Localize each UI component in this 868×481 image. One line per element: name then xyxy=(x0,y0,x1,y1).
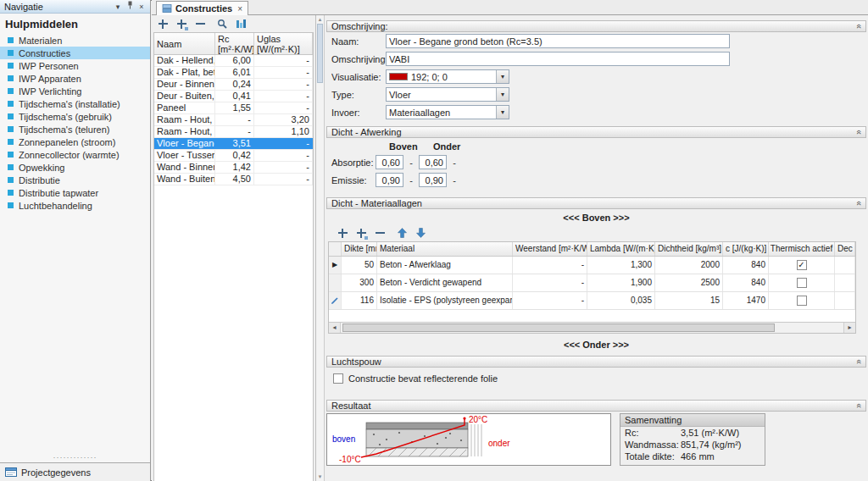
collapse-icon[interactable]: « xyxy=(854,201,863,206)
layer-c-cell[interactable]: 1470 xyxy=(723,292,769,309)
visualisation-button[interactable] xyxy=(235,18,247,30)
add-layer-button[interactable] xyxy=(337,227,348,239)
sidebar-item[interactable]: IWP Verlichting xyxy=(0,85,150,97)
layer-lambda-cell[interactable]: 1,900 xyxy=(587,274,655,291)
emissie-boven-field[interactable] xyxy=(376,173,403,187)
section-luchtspouw-header[interactable]: Luchtspouw « xyxy=(326,356,866,368)
omschrijving-field[interactable] xyxy=(386,52,730,66)
layer-lambda-cell[interactable]: 1,300 xyxy=(587,257,655,274)
col-naam[interactable]: Naam xyxy=(154,33,215,54)
sidebar-item[interactable]: Opwekking xyxy=(0,161,150,174)
material-layer-row[interactable]: ▶ 116 Isolatie - EPS (polystyreen geexpa… xyxy=(329,292,855,310)
visualisatie-dropdown[interactable]: 192; 0; 0 ▾ xyxy=(386,69,509,84)
collapse-icon[interactable]: « xyxy=(854,24,863,29)
layer-c-cell[interactable]: 840 xyxy=(723,257,769,274)
layer-materiaal-cell[interactable]: Beton - Afwerklaag xyxy=(377,257,513,274)
col-rc[interactable]: Rc[m²·K/W] xyxy=(215,33,254,54)
tab-close-icon[interactable]: × xyxy=(237,4,242,14)
luchtspouw-checkbox[interactable] xyxy=(333,373,343,384)
move-layer-up-button[interactable] xyxy=(396,227,408,239)
sidebar-item[interactable]: Tijdschema's (gebruik) xyxy=(0,110,150,123)
layer-dikte-cell[interactable]: 50 xyxy=(342,257,377,274)
scrollbar-thumb[interactable] xyxy=(317,24,323,83)
collapse-icon[interactable]: « xyxy=(854,130,863,135)
scrollbar-thumb[interactable] xyxy=(342,323,775,332)
absorptie-boven-field[interactable] xyxy=(376,155,403,169)
construction-row[interactable]: Dak - Plat, beton 6,01 - xyxy=(154,67,313,79)
sidebar-item[interactable]: Zonnecollector (warmte) xyxy=(0,148,150,161)
layer-lambda-cell[interactable]: 0,035 xyxy=(587,292,655,309)
pin-icon[interactable] xyxy=(124,1,136,13)
section-resultaat-header[interactable]: Resultaat « xyxy=(326,400,866,412)
move-layer-down-button[interactable] xyxy=(415,227,426,239)
col-dichtheid[interactable]: Dichtheid [kg/m³] xyxy=(655,242,723,256)
thermisch-actief-checkbox[interactable]: ✓ xyxy=(797,260,807,270)
horizontal-scrollbar[interactable]: ◂ ▸ xyxy=(329,322,855,333)
scroll-left-icon[interactable]: ◂ xyxy=(329,323,341,333)
dropdown-arrow-icon[interactable]: ▾ xyxy=(496,88,509,101)
sidebar-item[interactable]: Zonnepanelen (stroom) xyxy=(0,135,150,148)
window-menu-icon[interactable]: ▾ xyxy=(112,1,124,13)
section-materiaallagen-header[interactable]: Dicht - Materiaallagen « xyxy=(326,197,866,209)
scrollbar-track[interactable] xyxy=(316,24,324,473)
layer-weerstand-cell[interactable]: - xyxy=(513,274,587,291)
sidebar-item[interactable]: Distributie tapwater xyxy=(0,186,150,199)
construction-row[interactable]: Raam - Hout, Du - 3,20 xyxy=(154,114,313,126)
delete-layer-button[interactable] xyxy=(374,227,386,239)
section-omschrijving-header[interactable]: Omschrijving: « xyxy=(326,20,866,32)
dropdown-arrow-icon[interactable]: ▾ xyxy=(496,106,509,119)
search-button[interactable] xyxy=(216,18,228,30)
sidebar-item[interactable]: Tijdschema's (teluren) xyxy=(0,123,150,135)
naam-field[interactable] xyxy=(386,34,730,48)
layer-dichtheid-cell[interactable]: 15 xyxy=(655,292,723,309)
col-uglas[interactable]: Uglas[W/(m²·K)] xyxy=(254,33,313,54)
add-construction-button[interactable] xyxy=(157,18,169,30)
construction-row[interactable]: Wand - Buiten, H 4,50 - xyxy=(154,174,313,185)
close-icon[interactable]: × xyxy=(136,1,147,13)
col-lambda[interactable]: Lambda [W/(m·K)] xyxy=(587,242,655,256)
delete-construction-button[interactable] xyxy=(194,18,206,30)
layer-dichtheid-cell[interactable]: 2000 xyxy=(655,257,723,274)
layer-weerstand-cell[interactable]: - xyxy=(513,257,587,274)
invoer-dropdown[interactable]: Materiaallagen ▾ xyxy=(386,105,509,119)
layer-dikte-cell[interactable]: 116 xyxy=(342,292,377,309)
sidebar-item[interactable]: Constructies xyxy=(0,47,150,59)
resize-grip[interactable]: ············· xyxy=(0,454,150,462)
dropdown-arrow-icon[interactable]: ▾ xyxy=(496,70,509,83)
thermisch-actief-checkbox[interactable] xyxy=(797,296,807,306)
material-layer-row[interactable]: ▶ 50 Beton - Afwerklaag - 1,300 2000 840… xyxy=(329,257,855,274)
thermisch-actief-checkbox[interactable] xyxy=(797,278,807,288)
sidebar-item[interactable]: Materialen xyxy=(0,34,150,47)
scroll-up-icon[interactable]: ▴ xyxy=(319,15,322,24)
emissie-onder-field[interactable] xyxy=(419,173,447,187)
layer-dec-cell[interactable] xyxy=(835,257,855,274)
layer-dec-cell[interactable] xyxy=(835,292,855,309)
layer-dikte-cell[interactable]: 300 xyxy=(342,274,377,291)
col-materiaal[interactable]: Materiaal xyxy=(377,242,513,256)
construction-row[interactable]: Wand - Binnen, s 1,42 - xyxy=(154,162,313,174)
construction-row[interactable]: Deur - Buiten, 70 0,41 - xyxy=(154,91,313,102)
section-afwerking-header[interactable]: Dicht - Afwerking « xyxy=(326,126,866,138)
absorptie-onder-field[interactable] xyxy=(419,155,447,169)
sidebar-item[interactable]: IWP Personen xyxy=(0,59,150,72)
sidebar-item[interactable]: Tijdschema's (installatie) xyxy=(0,97,150,110)
collapse-icon[interactable]: « xyxy=(854,403,863,408)
col-dikte[interactable]: Dikte [mm] xyxy=(342,242,377,256)
construction-row[interactable]: Paneel 1,55 - xyxy=(154,102,313,114)
construction-row[interactable]: Vloer - Begane gr 3,51 - xyxy=(154,138,313,150)
duplicate-construction-button[interactable] xyxy=(175,18,187,30)
col-dec[interactable]: Dec xyxy=(835,242,855,256)
layer-c-cell[interactable]: 840 xyxy=(723,274,769,291)
layer-dichtheid-cell[interactable]: 2500 xyxy=(655,274,723,291)
sidebar-item-projectgegevens[interactable]: Projectgegevens xyxy=(0,462,150,481)
sidebar-item[interactable]: Distributie xyxy=(0,174,150,186)
type-dropdown[interactable]: Vloer ▾ xyxy=(386,87,509,102)
scroll-down-icon[interactable]: ▾ xyxy=(319,473,322,481)
material-layer-row[interactable]: ▶ 300 Beton - Verdicht gewapend - 1,900 … xyxy=(329,274,855,292)
construction-row[interactable]: Dak - Hellend, sa 6,00 - xyxy=(154,55,313,67)
tab-constructies[interactable]: Constructies × xyxy=(156,1,248,15)
duplicate-layer-button[interactable] xyxy=(355,227,367,239)
details-vertical-scrollbar[interactable]: ▴ ▾ xyxy=(316,15,325,481)
scroll-right-icon[interactable]: ▸ xyxy=(843,323,855,333)
construction-row[interactable]: Raam - Hout, SG - 1,10 xyxy=(154,126,313,138)
